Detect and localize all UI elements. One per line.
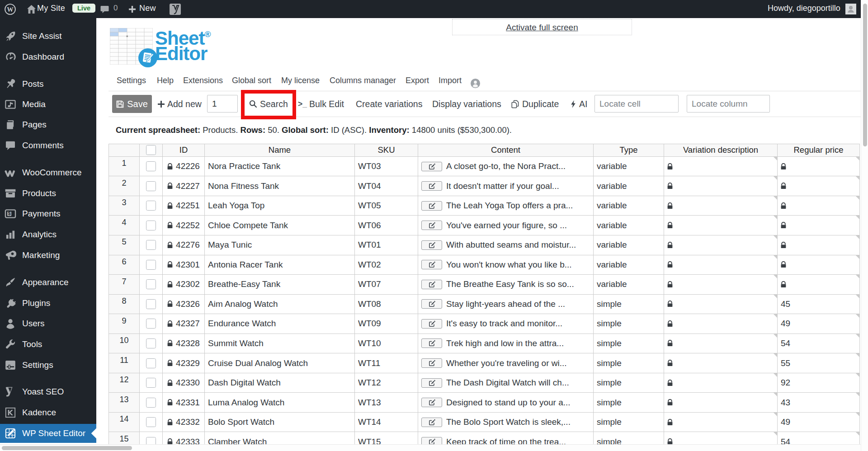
svg-text:$: $ <box>8 211 11 216</box>
svg-text:W: W <box>7 6 14 13</box>
